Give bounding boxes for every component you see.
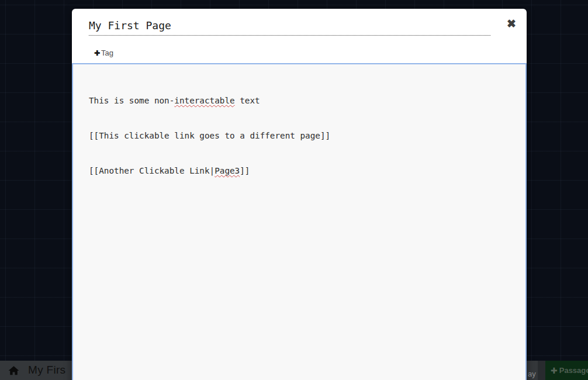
passage-title-input[interactable]: My First Page [89, 18, 490, 36]
play-button[interactable]: ay [528, 369, 536, 378]
add-tag-label: Tag [101, 49, 113, 57]
tag-row: ✚Tag [89, 47, 517, 58]
new-passage-button[interactable]: ✚Passage [545, 361, 588, 380]
editor-text: text [235, 96, 260, 105]
add-tag-button[interactable]: ✚Tag [94, 49, 113, 57]
passage-text-editor[interactable]: This is some non-interactable text [[Thi… [72, 63, 527, 380]
modal-header: My First Page ✖ ✚Tag [72, 9, 527, 63]
misspelled-word: interactable [174, 96, 234, 105]
toolbar-button-gap [538, 361, 545, 380]
editor-line: [[Another Clickable Link|Page3]] [89, 165, 514, 177]
passage-edit-modal: My First Page ✖ ✚Tag This is some non-in… [72, 9, 527, 380]
editor-text: [[Another Clickable Link| [89, 166, 215, 175]
title-row: My First Page ✖ [89, 18, 517, 36]
editor-line: [[This clickable link goes to a differen… [89, 130, 514, 141]
plus-icon: ✚ [551, 367, 558, 375]
editor-text: ]] [240, 166, 250, 175]
misspelled-word: Page3 [215, 166, 240, 175]
editor-text: This is some non- [89, 96, 174, 105]
plus-icon: ✚ [94, 50, 100, 57]
story-title[interactable]: My Firs [28, 364, 65, 376]
editor-text: [[This clickable link goes to a differen… [89, 131, 330, 140]
close-icon[interactable]: ✖ [506, 18, 517, 30]
new-passage-label: Passage [559, 366, 588, 375]
editor-line: This is some non-interactable text [89, 95, 514, 106]
home-icon[interactable] [8, 365, 19, 375]
